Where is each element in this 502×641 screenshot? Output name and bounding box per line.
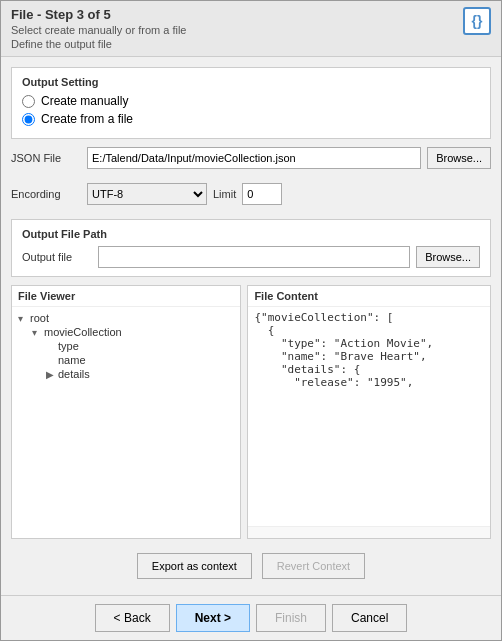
json-file-row: JSON File Browse...	[11, 147, 491, 169]
limit-input[interactable]	[242, 183, 282, 205]
output-file-label: Output file	[22, 251, 92, 263]
encoding-row: Encording UTF-8 UTF-16 ISO-8859-1 Limit	[11, 183, 491, 205]
file-content-label: File Content	[248, 286, 490, 307]
tree-text-type: type	[58, 340, 79, 352]
tree-text-moviecollection: movieCollection	[44, 326, 122, 338]
finish-button[interactable]: Finish	[256, 604, 326, 632]
json-file-browse-button[interactable]: Browse...	[427, 147, 491, 169]
tree-arrow-root: ▾	[18, 313, 30, 324]
next-button[interactable]: Next >	[176, 604, 250, 632]
back-button[interactable]: < Back	[95, 604, 170, 632]
encoding-label: Encording	[11, 188, 81, 200]
action-row: Export as context Revert Context	[11, 547, 491, 585]
revert-context-button[interactable]: Revert Context	[262, 553, 365, 579]
tree-item-root[interactable]: ▾ root	[18, 311, 234, 325]
curly-brace-icon: {}	[463, 7, 491, 35]
output-file-path-section: Output File Path Output file Browse...	[11, 219, 491, 277]
create-manually-label: Create manually	[41, 94, 128, 108]
create-from-file-radio[interactable]	[22, 113, 35, 126]
file-viewer-label: File Viewer	[12, 286, 240, 307]
output-setting-label: Output Setting	[22, 76, 480, 88]
cancel-button[interactable]: Cancel	[332, 604, 407, 632]
output-setting-section: Output Setting Create manually Create fr…	[11, 67, 491, 139]
output-file-row: Output file Browse...	[22, 246, 480, 268]
json-file-label: JSON File	[11, 152, 81, 164]
output-file-browse-button[interactable]: Browse...	[416, 246, 480, 268]
tree-arrow-name	[46, 355, 58, 366]
panels-row: File Viewer ▾ root ▾ movieCollection	[11, 285, 491, 539]
export-context-button[interactable]: Export as context	[137, 553, 252, 579]
subtitle1: Select create manually or from a file	[11, 24, 186, 36]
tree-item-type[interactable]: type	[18, 339, 234, 353]
tree-text-details: details	[58, 368, 90, 380]
limit-label: Limit	[213, 188, 236, 200]
tree-arrow-details: ▶	[46, 369, 58, 380]
create-from-file-label: Create from a file	[41, 112, 133, 126]
tree-content: ▾ root ▾ movieCollection type	[12, 307, 240, 538]
file-viewer-panel: File Viewer ▾ root ▾ movieCollection	[11, 285, 241, 539]
tree-arrow-type	[46, 341, 58, 352]
encoding-select[interactable]: UTF-8 UTF-16 ISO-8859-1	[87, 183, 207, 205]
tree-item-name[interactable]: name	[18, 353, 234, 367]
tree-item-moviecollection[interactable]: ▾ movieCollection	[18, 325, 234, 339]
main-content: Output Setting Create manually Create fr…	[1, 57, 501, 595]
json-file-input[interactable]	[87, 147, 421, 169]
output-file-input[interactable]	[98, 246, 410, 268]
window-title: File - Step 3 of 5	[11, 7, 186, 22]
tree-item-details[interactable]: ▶ details	[18, 367, 234, 381]
window: File - Step 3 of 5 Select create manuall…	[0, 0, 502, 641]
subtitle2: Define the output file	[11, 38, 186, 50]
tree-arrow-moviecollection: ▾	[32, 327, 44, 338]
title-section: File - Step 3 of 5 Select create manuall…	[11, 7, 186, 50]
create-manually-radio[interactable]	[22, 95, 35, 108]
tree-text-root: root	[30, 312, 49, 324]
json-content: {"movieCollection": [ { "type": "Action …	[248, 307, 490, 526]
tree-text-name: name	[58, 354, 86, 366]
title-bar: File - Step 3 of 5 Select create manuall…	[1, 1, 501, 57]
scroll-bar[interactable]	[248, 526, 490, 538]
footer: < Back Next > Finish Cancel	[1, 595, 501, 640]
create-manually-row: Create manually	[22, 94, 480, 108]
create-from-file-row: Create from a file	[22, 112, 480, 126]
file-content-panel: File Content {"movieCollection": [ { "ty…	[247, 285, 491, 539]
output-file-path-label: Output File Path	[22, 228, 480, 240]
